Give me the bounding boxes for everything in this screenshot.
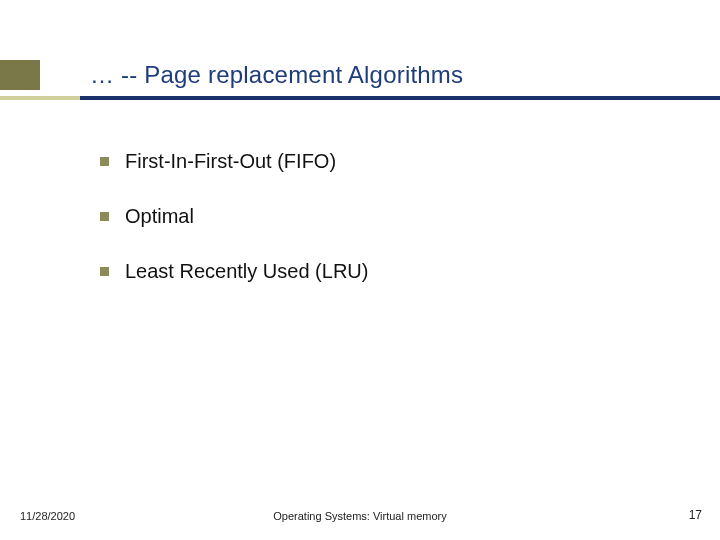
footer-page-number: 17 (689, 508, 702, 522)
bullet-text: Optimal (125, 205, 194, 228)
list-item: Optimal (100, 205, 368, 228)
title-underline-left (0, 96, 80, 100)
footer-center: Operating Systems: Virtual memory (0, 510, 720, 522)
footer: 11/28/2020 Operating Systems: Virtual me… (0, 502, 720, 522)
bullet-list: First-In-First-Out (FIFO) Optimal Least … (100, 150, 368, 315)
title-row: … -- Page replacement Algorithms (0, 60, 463, 90)
title-accent-block (0, 60, 40, 90)
title-underline-right (80, 96, 720, 100)
bullet-icon (100, 157, 109, 166)
list-item: Least Recently Used (LRU) (100, 260, 368, 283)
bullet-text: Least Recently Used (LRU) (125, 260, 368, 283)
bullet-text: First-In-First-Out (FIFO) (125, 150, 336, 173)
slide: … -- Page replacement Algorithms First-I… (0, 0, 720, 540)
bullet-icon (100, 267, 109, 276)
list-item: First-In-First-Out (FIFO) (100, 150, 368, 173)
title-underline (0, 96, 720, 100)
title-gap (50, 60, 90, 90)
bullet-icon (100, 212, 109, 221)
slide-title: … -- Page replacement Algorithms (90, 61, 463, 89)
